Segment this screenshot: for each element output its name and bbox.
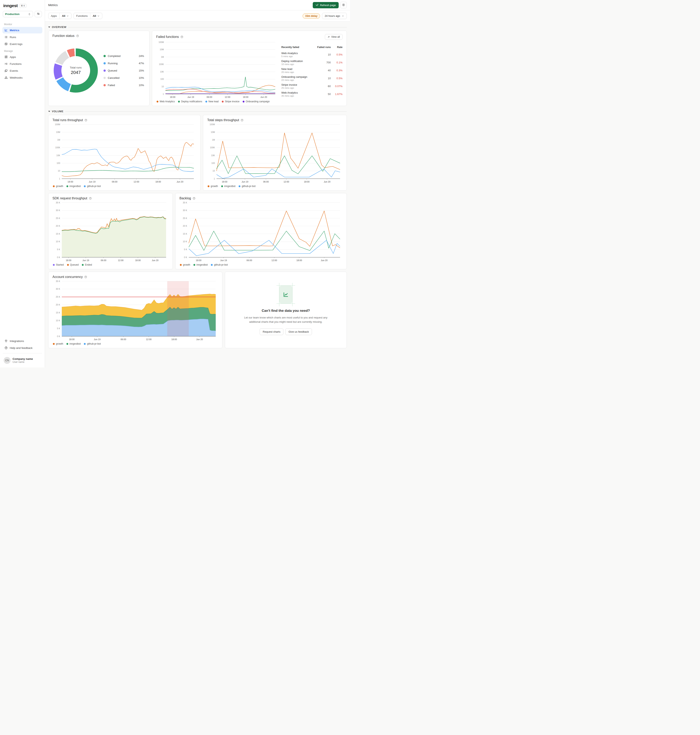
overview-section-header[interactable]: OVERVIEW: [48, 24, 347, 31]
command-k-shortcut[interactable]: ⌘ K: [19, 4, 26, 8]
help-circle-icon[interactable]: [89, 197, 92, 200]
legend-item[interactable]: Web Analytics: [157, 100, 175, 103]
help-circle-icon[interactable]: [181, 35, 183, 38]
legend-item[interactable]: inngestbot: [193, 264, 207, 266]
request-charts-button[interactable]: Request charts: [260, 328, 283, 335]
help-circle-icon[interactable]: [193, 197, 196, 200]
svg-text:12:00: 12:00: [225, 96, 230, 98]
total-runs-throughput-card: Total runs throughput 100M10M1M100K10K10…: [48, 115, 200, 191]
sidebar-item-events[interactable]: Events: [3, 68, 42, 74]
total-runs-label: Total runs: [70, 66, 82, 69]
account-concurrency-chart[interactable]: 35 K30 K25 K20 K15 K10 K5 K0 K18:00Jun 1…: [53, 280, 218, 341]
legend-item[interactable]: inngestbot: [221, 185, 235, 188]
sidebar-item-functions[interactable]: Functions: [3, 60, 42, 67]
give-feedback-button[interactable]: Give us feedback: [285, 328, 312, 335]
failed-functions-chart[interactable]: 100M10M1M100K10K10010118:00Jun 1906:0012…: [156, 41, 278, 99]
legend-item[interactable]: Ended: [82, 264, 92, 266]
svg-text:30 K: 30 K: [56, 209, 60, 212]
sdk-request-chart[interactable]: 35 K30 K25 K20 K15 K10 K5 K0 K18:00Jun 1…: [53, 201, 169, 262]
svg-text:15 K: 15 K: [183, 233, 187, 235]
legend-item[interactable]: Deploy notifications: [178, 100, 202, 103]
legend-label: inngestbot: [224, 185, 235, 188]
svg-text:15 K: 15 K: [56, 311, 60, 314]
apps-filter[interactable]: Apps All: [48, 13, 72, 19]
help-circle-icon[interactable]: [241, 119, 243, 122]
account-menu[interactable]: CN Company name User name: [3, 355, 42, 365]
sidebar-item-label: Help and feedback: [10, 346, 32, 349]
collapse-triangle-icon: [48, 110, 50, 112]
function-name: New lead: [281, 68, 316, 71]
sidebar-header: inngest ⌘ K: [3, 3, 42, 11]
failed-time: 22 mins ago: [281, 79, 316, 81]
environment-select[interactable]: Production: [3, 11, 33, 17]
recently-failed-row[interactable]: Web Analytics 5 mins ago 10 0.5%: [281, 51, 343, 59]
view-all-button[interactable]: View all: [325, 34, 343, 40]
status-legend-item[interactable]: Running 47%: [103, 62, 144, 65]
legend-label: Queued: [108, 69, 117, 72]
legend-dot: [193, 264, 195, 266]
status-legend-item[interactable]: Queued 15%: [103, 69, 144, 72]
legend-item[interactable]: growth: [180, 264, 190, 266]
sidebar-item-event-logs[interactable]: Event logs: [3, 41, 42, 47]
legend-dot: [180, 264, 182, 266]
help-circle-icon[interactable]: [76, 34, 79, 37]
sidebar-item-metrics[interactable]: Metrics: [3, 27, 42, 34]
settings-button[interactable]: [340, 2, 347, 8]
legend-item[interactable]: growth: [207, 185, 218, 188]
legend-item[interactable]: inngestbot: [66, 185, 81, 188]
help-circle-icon[interactable]: [84, 275, 87, 278]
total-steps-chart[interactable]: 100M10M1M100K10K10010118:00Jun 1906:0012…: [207, 123, 343, 184]
time-range-select[interactable]: 24 hours ago: [322, 13, 347, 19]
help-circle-icon[interactable]: [84, 119, 87, 122]
legend-label: Queued: [70, 264, 79, 266]
recently-failed-list: Recently failed Failed runs Rate Web Ana…: [281, 41, 343, 103]
sidebar-item-help-feedback[interactable]: Help and feedback: [3, 345, 42, 351]
legend-item[interactable]: github-pr-bot: [238, 185, 256, 188]
card-title: Backlog: [179, 196, 191, 200]
refresh-icon: [316, 3, 318, 7]
failure-rate: 0.1%: [331, 61, 343, 64]
environment-filter-button[interactable]: [35, 11, 42, 17]
recently-failed-row[interactable]: New lead 20 mins ago 40 0.3%: [281, 66, 343, 74]
legend-item[interactable]: Stripe invoice: [222, 100, 240, 103]
function-status-donut[interactable]: Total runs 2047: [54, 49, 98, 93]
recently-failed-row[interactable]: Deploy notification 10 mins ago 700 0.1%: [281, 59, 343, 66]
legend-item[interactable]: growth: [53, 342, 63, 345]
legend-item[interactable]: growth: [53, 185, 63, 188]
sidebar-item-apps[interactable]: Apps: [3, 54, 42, 60]
svg-text:Jun 19: Jun 19: [82, 259, 89, 262]
event-logs-search-icon: [4, 42, 8, 46]
functions-filter[interactable]: Functions All: [74, 13, 102, 19]
metrics-content: OVERVIEW Function status Total runs: [45, 22, 350, 367]
legend-item[interactable]: github-pr-bot: [84, 185, 101, 188]
legend-label: Completed: [108, 54, 121, 57]
volume-section-header[interactable]: VOLUME: [48, 108, 347, 115]
total-steps-throughput-card: Total steps throughput 100M10M1M100K10K1…: [203, 115, 347, 191]
card-title: Account concurrency: [53, 275, 82, 279]
legend-item[interactable]: github-pr-bot: [211, 264, 228, 266]
total-runs-chart[interactable]: 100M10M1M100K10K10010118:00Jun 1906:0012…: [53, 123, 196, 184]
svg-text:Jun 20: Jun 20: [260, 96, 267, 98]
sidebar-item-webhooks[interactable]: Webhooks: [3, 74, 42, 81]
sidebar-item-label: Integrations: [10, 340, 24, 343]
refresh-page-button[interactable]: Refresh page: [313, 2, 339, 8]
delay-badge: 15m delay: [303, 13, 320, 19]
recently-failed-row[interactable]: Onboarding campaign 22 mins ago 10 0.5%: [281, 74, 343, 82]
legend-item[interactable]: New lead: [205, 100, 219, 103]
recently-failed-row[interactable]: Web Analytics 35 mins ago 50 1.67%: [281, 90, 343, 98]
status-legend-item[interactable]: Completed 24%: [103, 54, 144, 57]
legend-item[interactable]: Started: [53, 264, 64, 266]
status-legend-item[interactable]: Cancelled 10%: [103, 77, 144, 80]
filter-bar: Apps All Functions All 15m delay 24 hour…: [45, 10, 350, 22]
svg-text:1M: 1M: [57, 138, 60, 141]
sidebar-item-runs[interactable]: Runs: [3, 34, 42, 40]
legend-dot: [103, 77, 106, 79]
backlog-chart[interactable]: 35 K30 K25 K20 K15 K10 K5 K0 K18:00Jun 1…: [179, 201, 343, 262]
recently-failed-row[interactable]: Stripe invoice 25 mins ago 60 0.07%: [281, 82, 343, 90]
legend-item[interactable]: Queued: [67, 264, 79, 266]
legend-item[interactable]: github-pr-bot: [84, 342, 101, 345]
legend-item[interactable]: inngestbot: [66, 342, 81, 345]
status-legend-item[interactable]: Failed 10%: [103, 84, 144, 87]
legend-item[interactable]: Onboarding campaign: [243, 100, 269, 103]
sidebar-item-integrations[interactable]: Integrations: [3, 338, 42, 344]
